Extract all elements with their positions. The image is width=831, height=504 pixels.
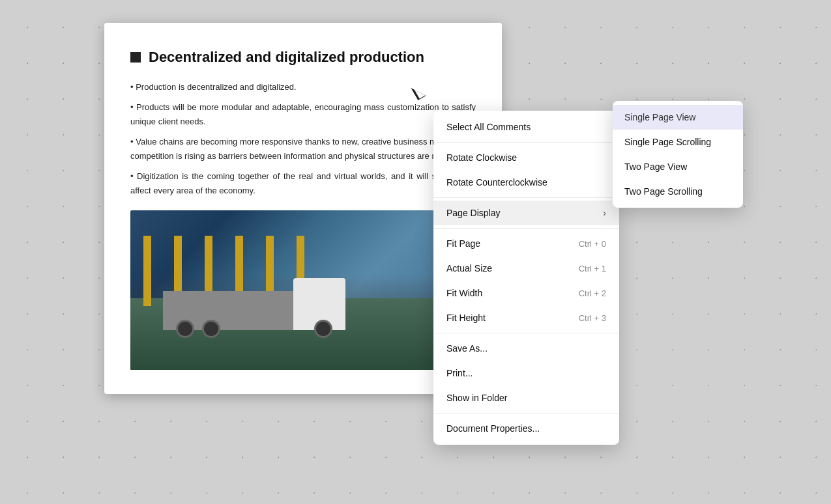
pdf-title-text: Decentralized and digitalized production: [149, 49, 424, 66]
menu-item-fit-width[interactable]: Fit Width Ctrl + 2: [433, 281, 619, 305]
truck-wheel-1: [176, 320, 194, 338]
submenu-label-single-page-view: Single Page View: [624, 112, 695, 122]
submenu-item-two-page-scrolling[interactable]: Two Page Scrolling: [613, 179, 743, 204]
menu-item-save-as[interactable]: Save As...: [433, 336, 619, 361]
submenu-chevron-icon: ›: [603, 208, 606, 218]
submenu-item-two-page-view[interactable]: Two Page View: [613, 154, 743, 179]
submenu-label-two-page-scrolling: Two Page Scrolling: [624, 186, 703, 197]
menu-shortcut-fit-width: Ctrl + 2: [579, 288, 606, 298]
submenu-label-two-page-view: Two Page View: [624, 161, 687, 172]
menu-shortcut-actual-size: Ctrl + 1: [579, 264, 606, 273]
submenu-label-single-page-scrolling: Single Page Scrolling: [624, 137, 711, 147]
menu-label-page-display: Page Display: [446, 208, 501, 218]
truck-wheel-3: [314, 320, 332, 338]
menu-item-print[interactable]: Print...: [433, 361, 619, 385]
menu-divider-4: [433, 333, 619, 333]
truck-wheel-2: [202, 320, 220, 338]
pdf-image: [130, 210, 476, 370]
menu-item-fit-page[interactable]: Fit Page Ctrl + 0: [433, 231, 619, 256]
menu-label-select-all-comments: Select All Comments: [446, 122, 531, 132]
title-square-icon: [130, 52, 141, 63]
menu-label-print: Print...: [446, 368, 473, 378]
menu-label-rotate-clockwise: Rotate Clockwise: [446, 152, 517, 163]
menu-divider-2: [433, 197, 619, 198]
submenu-item-single-page-view[interactable]: Single Page View: [613, 105, 743, 130]
column-1: [143, 236, 151, 306]
menu-divider-5: [433, 413, 619, 413]
menu-label-show-in-folder: Show in Folder: [446, 393, 507, 403]
context-menu: Select All Comments Rotate Clockwise Rot…: [433, 111, 619, 445]
menu-item-document-properties[interactable]: Document Properties...: [433, 416, 619, 441]
menu-divider-1: [433, 142, 619, 143]
menu-shortcut-fit-height: Ctrl + 3: [579, 313, 606, 323]
menu-item-fit-height[interactable]: Fit Height Ctrl + 3: [433, 305, 619, 330]
menu-item-select-all-comments[interactable]: Select All Comments: [433, 115, 619, 139]
submenu-item-single-page-scrolling[interactable]: Single Page Scrolling: [613, 130, 743, 154]
menu-label-actual-size: Actual Size: [446, 263, 492, 273]
bullet-2: • Products will be more modular and adap…: [130, 100, 476, 128]
menu-item-page-display[interactable]: Page Display ›: [433, 201, 619, 225]
menu-item-rotate-counterclockwise[interactable]: Rotate Counterclockwise: [433, 170, 619, 195]
menu-item-rotate-clockwise[interactable]: Rotate Clockwise: [433, 145, 619, 170]
menu-item-show-in-folder[interactable]: Show in Folder: [433, 385, 619, 410]
menu-label-fit-page: Fit Page: [446, 238, 480, 249]
pdf-title-row: Decentralized and digitalized production: [130, 49, 476, 66]
pdf-body: • Production is decentralized and digita…: [130, 80, 476, 197]
menu-divider-3: [433, 228, 619, 229]
menu-label-fit-width: Fit Width: [446, 288, 482, 298]
menu-label-rotate-counterclockwise: Rotate Counterclockwise: [446, 177, 547, 188]
bullet-4: • Digitization is the coming together of…: [130, 169, 476, 197]
truck: [163, 272, 345, 330]
bullet-3: • Value chains are becoming more respons…: [130, 135, 476, 163]
page-display-submenu: Single Page View Single Page Scrolling T…: [613, 101, 743, 208]
menu-label-document-properties: Document Properties...: [446, 423, 540, 434]
menu-label-save-as: Save As...: [446, 343, 488, 354]
menu-item-actual-size[interactable]: Actual Size Ctrl + 1: [433, 256, 619, 281]
menu-label-fit-height: Fit Height: [446, 313, 486, 323]
menu-shortcut-fit-page: Ctrl + 0: [579, 239, 606, 249]
